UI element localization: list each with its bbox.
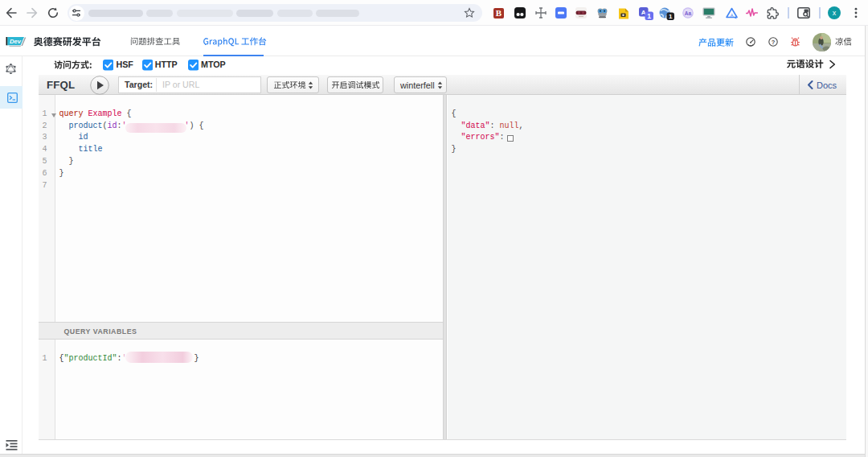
svg-text:Aa: Aa [685,10,692,16]
svg-text:Dev: Dev [10,38,22,45]
svg-text:1: 1 [669,12,673,19]
svg-text:A: A [731,13,734,18]
svg-text:?: ? [772,39,776,46]
svg-text:1: 1 [647,11,651,19]
